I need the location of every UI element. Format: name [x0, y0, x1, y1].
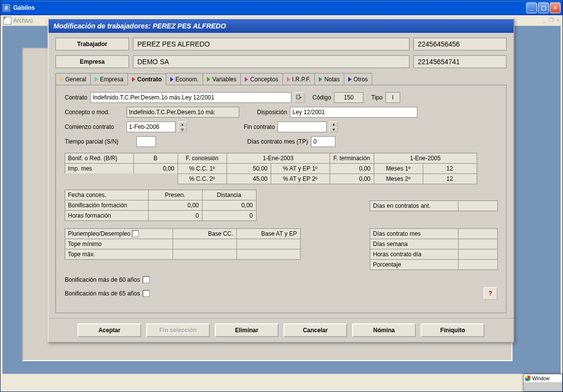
fin-seleccion-button: Fin selección	[146, 323, 210, 337]
pluri-checkbox[interactable]	[132, 230, 139, 237]
tope-min-cc[interactable]	[173, 239, 237, 249]
finiquito-button[interactable]: Finiquito	[421, 323, 485, 337]
mdi-close-icon[interactable]: ×	[557, 17, 560, 24]
horas-dist[interactable]: 0	[202, 210, 256, 221]
contrato-field[interactable]: Indefinido.T.C.Per.Desem.1ó más.Ley 12/2…	[90, 92, 291, 103]
nomina-button[interactable]: Nómina	[352, 323, 416, 337]
at2-value[interactable]: 0,00	[330, 173, 374, 184]
triangle-icon	[170, 77, 174, 82]
tab-irpf[interactable]: I.R.P.F.	[282, 73, 315, 85]
side-grid: Días contrato mes Días semana Horas cont…	[370, 228, 497, 270]
main-window: # Gábilos _ ▢ × Archivo _ ❐ × Modificaci…	[0, 0, 563, 392]
bonif-dist[interactable]: 0,00	[202, 200, 256, 211]
tab-contrato[interactable]: Contrato	[128, 74, 166, 85]
cc1-label: % C.C. 1º	[178, 163, 227, 174]
fconc-value[interactable]: 1-Ene-2003	[227, 153, 330, 164]
svg-rect-0	[297, 95, 300, 99]
at2-label: % AT y EP 2º	[271, 173, 330, 184]
disposicion-field[interactable]: Ley 12/2001	[290, 107, 417, 118]
dias-ant-label: Días en contratos ant.	[370, 200, 459, 211]
tope-max-at[interactable]	[236, 249, 301, 260]
m1-value[interactable]: 12	[423, 163, 477, 174]
eliminar-button[interactable]: Eliminar	[215, 323, 279, 337]
tab-general[interactable]: General	[55, 73, 91, 85]
tope-min-at[interactable]	[236, 239, 301, 249]
worker-name-field[interactable]: PEREZ PES ALFREDO	[133, 38, 409, 50]
pluri-grid: Pluriempleo/Desempleo Base CC. Base AT y…	[65, 228, 300, 259]
tab-notas[interactable]: Notas	[314, 73, 344, 85]
worker-dialog: Modificación de trabajadores: PEREZ PES …	[48, 18, 514, 343]
dias-mes-value[interactable]	[458, 228, 498, 239]
b60-label: Bonificación más de 60 años	[65, 276, 140, 283]
parcial-field[interactable]	[136, 136, 156, 147]
bonif-presen[interactable]: 0,00	[148, 200, 203, 211]
dialog-titlebar[interactable]: Modificación de trabajadores: PEREZ PES …	[49, 19, 513, 33]
spinner-down-icon[interactable]: ▼	[178, 127, 187, 132]
cc2-value[interactable]: 45,00	[227, 173, 271, 184]
minimize-button[interactable]: _	[526, 2, 537, 13]
tab-strip: General Empresa Contrato Econom. Variabl…	[55, 73, 507, 85]
tab-econom[interactable]: Econom.	[166, 73, 203, 85]
m2-value[interactable]: 12	[423, 173, 477, 184]
tab-conceptos[interactable]: Conceptos	[240, 73, 282, 85]
triangle-icon	[60, 77, 63, 82]
fin-spinner[interactable]: ▲ ▼	[329, 122, 338, 132]
baseat-label: Base AT y EP	[236, 228, 301, 239]
bonif-grid: Bonif. o Red. (B/R) B F. concesión 1-Ene…	[65, 153, 497, 184]
triangle-icon	[319, 77, 322, 82]
taskbar-popup[interactable]: Window	[523, 374, 563, 392]
tab-variables[interactable]: Variables	[203, 73, 241, 85]
triangle-icon	[245, 77, 248, 82]
tab-empresa[interactable]: Empresa	[90, 73, 128, 85]
main-titlebar: # Gábilos _ ▢ ×	[0, 0, 563, 15]
codigo-label: Código	[312, 94, 331, 101]
mdi-minimize-icon[interactable]: _	[542, 17, 545, 24]
fin-field[interactable]	[278, 122, 327, 132]
cancelar-button[interactable]: Cancelar	[283, 323, 347, 337]
dias-sem-value[interactable]	[458, 239, 498, 249]
mdi-restore-icon[interactable]: ❐	[549, 17, 554, 24]
concepto-label: Concepto o mod.	[65, 109, 124, 116]
imp-value[interactable]: 0,00	[133, 163, 178, 174]
spinner-up-icon[interactable]: ▲	[329, 122, 338, 127]
contrato-lookup-button[interactable]	[294, 92, 305, 103]
dias-tp-label: Días contrato mes (TP)	[247, 138, 308, 145]
aceptar-button[interactable]: Aceptar	[77, 323, 141, 337]
help-button[interactable]: ?	[484, 287, 497, 300]
horas-presen[interactable]: 0	[148, 210, 203, 221]
spinner-down-icon[interactable]: ▼	[329, 127, 338, 132]
porcentaje-value[interactable]	[458, 259, 498, 270]
distancia-label: Distancia	[202, 190, 256, 200]
cc2-label: % C.C. 2º	[178, 173, 227, 184]
dias-sem-label: Días semana	[370, 239, 459, 249]
worker-id-field[interactable]: 22456456456	[413, 38, 507, 50]
dias-mes-label: Días contrato mes	[370, 228, 459, 239]
comienzo-spinner[interactable]: ▲ ▼	[178, 122, 187, 132]
company-name-field[interactable]: DEMO SA	[133, 55, 409, 68]
br-value[interactable]: B	[133, 153, 178, 164]
maximize-button[interactable]: ▢	[538, 2, 549, 13]
pluri-label: Pluriempleo/Desempleo	[65, 228, 173, 239]
b60-checkbox[interactable]	[143, 276, 150, 283]
menu-archivo[interactable]: Archivo	[13, 17, 33, 24]
company-id-field[interactable]: 22145654741	[413, 55, 507, 68]
cc1-value[interactable]: 50,00	[227, 163, 271, 174]
horas-dia-value[interactable]	[458, 249, 498, 260]
spinner-up-icon[interactable]: ▲	[178, 122, 187, 127]
company-label: Empresa	[55, 55, 129, 68]
basecc-label: Base CC.	[173, 228, 237, 239]
br-label: Bonif. o Red. (B/R)	[65, 153, 134, 164]
fterm-value[interactable]: 1-Ene-2005	[374, 153, 477, 164]
close-button[interactable]: ×	[550, 2, 561, 13]
comienzo-field[interactable]: 1-Feb-2006	[127, 122, 176, 132]
triangle-icon	[348, 77, 352, 82]
horas-form-label: Horas formación	[65, 210, 149, 221]
dias-ant-value[interactable]	[458, 200, 498, 211]
tab-otros[interactable]: Otros	[344, 73, 372, 85]
tope-max-cc[interactable]	[173, 249, 237, 260]
at1-value[interactable]: 0,00	[330, 163, 374, 174]
dias-tp-field[interactable]: 0	[311, 136, 335, 147]
b65-checkbox[interactable]	[143, 290, 150, 297]
triangle-icon	[207, 77, 210, 82]
fin-label: Fin contrato	[244, 123, 275, 130]
